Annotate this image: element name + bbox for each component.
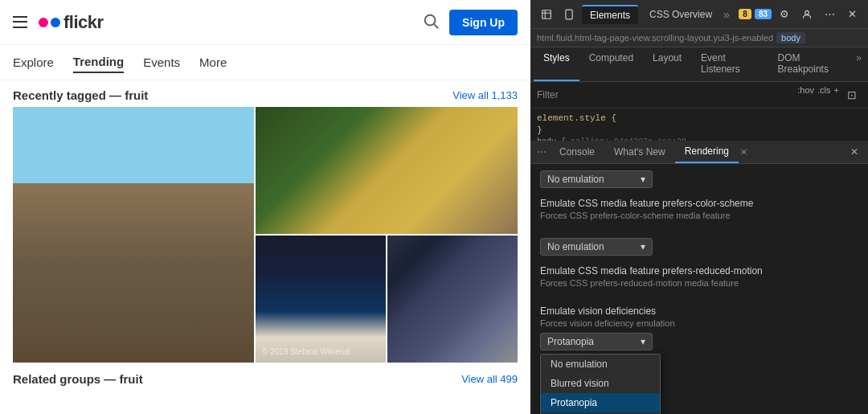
devtools-panels-tabs: Styles Computed Layout Event Listeners D… [530, 47, 868, 82]
photo-dark-berries[interactable] [387, 236, 518, 363]
color-scheme-desc: Forces CSS prefers-color-scheme media fe… [540, 211, 858, 220]
dropdown-item-blurred-vision[interactable]: Blurred vision [541, 374, 660, 393]
rendering-close-button[interactable]: ✕ [844, 143, 865, 161]
flickr-logo-text: flickr [63, 12, 104, 33]
flickr-header: flickr Sign Up [0, 0, 530, 45]
devtools-filter: Filter :hov .cls + ⊡ [530, 82, 868, 109]
panel-tab-layout[interactable]: Layout [643, 47, 691, 81]
nav-explore[interactable]: Explore [13, 52, 54, 72]
breadcrumb-path: html.fluid.html-tag-page-view.scrolling-… [537, 33, 773, 43]
rendering-tab-whats-new[interactable]: What's New [604, 141, 675, 162]
photo-trees[interactable] [13, 107, 254, 363]
filter-buttons: :hov .cls + ⊡ [797, 85, 862, 105]
photo-grid: © 2019 Stefano Wikiendi [0, 107, 530, 363]
breadcrumb-body-tag[interactable]: body [776, 32, 805, 43]
rendering-tab-rendering[interactable]: Rendering [675, 141, 739, 163]
vision-chevron: ▾ [641, 336, 645, 347]
devtools-tab-more[interactable]: » [723, 8, 730, 21]
photo-lemons[interactable] [256, 107, 518, 234]
svg-rect-2 [542, 10, 551, 18]
devtools-topbar: Elements CSS Overview » 8 83 ⚙ ⋯ ✕ [530, 0, 868, 29]
rendering-more-icon[interactable]: ⋯ [534, 141, 550, 162]
photo-coconuts[interactable]: © 2019 Stefano Wikiendi [256, 236, 386, 363]
devtools-css-content: element.style { } body { rolling: 04c420… [530, 109, 868, 141]
flickr-nav: Explore Trending Events More [0, 45, 530, 80]
flickr-dot-blue [51, 18, 60, 27]
vision-desc: Forces vision deficiency emulation [540, 318, 858, 328]
css-close-brace: } [530, 125, 868, 136]
flickr-dot-pink [39, 18, 48, 27]
view-all-related-groups[interactable]: View all 499 [461, 373, 518, 385]
vision-label: Emulate vision deficiencies [540, 305, 858, 317]
recently-tagged-title: Recently tagged — fruit [13, 88, 148, 102]
inspect-icon[interactable] [537, 5, 556, 24]
reduced-motion-label: Emulate CSS media feature prefers-reduce… [540, 265, 858, 277]
panel-tab-styles[interactable]: Styles [534, 47, 579, 81]
color-scheme-chevron: ▾ [641, 174, 645, 185]
settings-icon[interactable]: ⚙ [775, 5, 794, 24]
reduced-motion-value: No emulation [547, 241, 604, 252]
devtools-breadcrumb: html.fluid.html-tag-page-view.scrolling-… [530, 29, 868, 47]
color-scheme-label: Emulate CSS media feature prefers-color-… [540, 198, 858, 209]
dropdown-item-protanopia[interactable]: Protanopia [541, 393, 660, 412]
flickr-content: Recently tagged — fruit View all 1,133 ©… [0, 80, 530, 414]
reduced-motion-desc: Forces CSS prefers-reduced-motion media … [540, 278, 858, 288]
rendering-vision-section: Emulate vision deficiencies Forces visio… [530, 299, 868, 414]
vision-select[interactable]: Protanopia ▾ [540, 333, 653, 350]
expand-icon[interactable]: ⊡ [842, 85, 862, 105]
signup-button[interactable]: Sign Up [449, 10, 518, 35]
svg-point-5 [805, 10, 809, 14]
css-selector-element-style: element.style { [530, 112, 868, 125]
dropdown-item-no-emulation[interactable]: No emulation [541, 355, 660, 374]
reduced-motion-select[interactable]: No emulation ▾ [540, 238, 653, 256]
rendering-tabs: ⋯ Console What's New Rendering ✕ ✕ [530, 141, 868, 164]
search-icon[interactable] [422, 12, 440, 33]
panel-tab-event-listeners[interactable]: Event Listeners [691, 47, 768, 81]
rendering-tab-console[interactable]: Console [550, 141, 604, 162]
vision-value: Protanopia [547, 336, 594, 347]
panel-tab-computed[interactable]: Computed [579, 47, 643, 81]
recently-tagged-header: Recently tagged — fruit View all 1,133 [0, 80, 530, 107]
rendering-panel: ⋯ Console What's New Rendering ✕ ✕ No em… [530, 141, 868, 414]
svg-rect-3 [566, 10, 572, 19]
devtools-tab-css-overview[interactable]: CSS Overview [641, 6, 720, 23]
flickr-logo[interactable]: flickr [39, 12, 104, 33]
panel-tab-more[interactable]: » [853, 47, 865, 81]
filter-input[interactable] [565, 89, 792, 100]
flickr-panel: flickr Sign Up Explore Trending Events M… [0, 0, 530, 414]
color-scheme-select[interactable]: No emulation ▾ [540, 170, 653, 188]
reduced-motion-chevron: ▾ [641, 241, 645, 252]
devtools-tab-elements[interactable]: Elements [582, 5, 638, 24]
vision-dropdown-menu: No emulation Blurred vision Protanopia D… [540, 354, 661, 414]
related-groups-header: Related groups — fruit View all 499 [0, 366, 530, 392]
rendering-reduced-motion-section: No emulation ▾ Emulate CSS media feature… [530, 232, 868, 299]
color-scheme-value: No emulation [547, 174, 604, 185]
user-icon[interactable] [797, 5, 817, 24]
watermark: © 2019 Stefano Wikiendi [262, 347, 350, 356]
info-badge: 83 [755, 9, 772, 19]
rendering-tab-close-icon[interactable]: ✕ [740, 147, 747, 158]
warning-badge: 8 [739, 9, 751, 19]
view-all-recently-tagged[interactable]: View all 1,133 [452, 89, 518, 101]
hov-button[interactable]: :hov [797, 85, 814, 105]
devtools-topbar-right: 8 83 ⚙ ⋯ ✕ [739, 5, 862, 24]
cls-button[interactable]: .cls [817, 85, 831, 105]
panel-tab-dom-breakpoints[interactable]: DOM Breakpoints [768, 47, 854, 81]
nav-trending[interactable]: Trending [73, 51, 124, 73]
close-devtools-icon[interactable]: ✕ [842, 5, 862, 24]
rendering-content: No emulation ▾ Emulate CSS media feature… [530, 164, 868, 414]
nav-events[interactable]: Events [143, 52, 180, 72]
hamburger-menu-icon[interactable] [13, 14, 29, 31]
rendering-color-scheme-section: No emulation ▾ Emulate CSS media feature… [530, 164, 868, 232]
filter-label: Filter [537, 89, 559, 100]
device-icon[interactable] [559, 5, 579, 24]
vision-dropdown-container: Protanopia ▾ No emulation Blurred vision… [540, 333, 858, 414]
svg-line-1 [434, 24, 438, 28]
svg-point-0 [425, 14, 436, 25]
add-button[interactable]: + [834, 85, 839, 105]
related-groups-title: Related groups — fruit [13, 372, 143, 386]
more-options-icon[interactable]: ⋯ [820, 5, 839, 24]
nav-more[interactable]: More [199, 52, 227, 72]
devtools-panel: Elements CSS Overview » 8 83 ⚙ ⋯ ✕ html.… [530, 0, 868, 414]
